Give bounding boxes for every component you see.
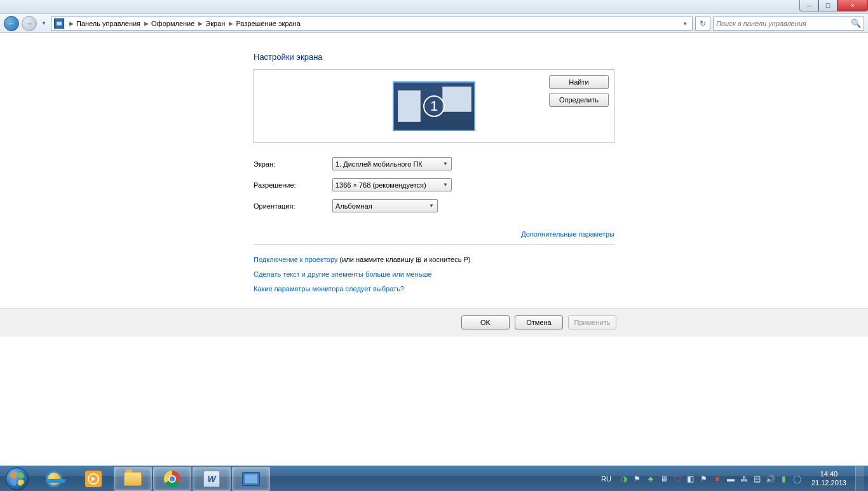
word-icon: W	[203, 471, 220, 487]
which-settings-link[interactable]: Какие параметры монитора следует выбрать…	[254, 285, 404, 293]
taskbar-item-mediaplayer[interactable]	[74, 467, 112, 491]
tray-icon[interactable]: ⚑	[632, 474, 642, 484]
advanced-settings-link[interactable]: Дополнительные параметры	[521, 230, 614, 238]
refresh-button[interactable]: ↻	[695, 17, 710, 31]
battery-icon[interactable]: ▮	[779, 474, 789, 484]
chrome-icon	[164, 471, 180, 487]
page-title: Настройки экрана	[254, 52, 614, 62]
network-icon[interactable]: 🖧	[739, 474, 749, 484]
search-box[interactable]: 🔍	[713, 17, 864, 31]
preview-window-icon	[442, 86, 471, 112]
search-icon[interactable]: 🔍	[851, 18, 861, 28]
footer-bar: OK Отмена Применить	[0, 308, 868, 336]
content-area: Настройки экрана 1 Найти Определить Экра…	[0, 33, 868, 296]
tray-icon[interactable]: ◯	[792, 474, 803, 484]
tray-icon[interactable]: ▬	[726, 474, 736, 484]
breadcrumb-item[interactable]: Панель управления	[76, 20, 140, 27]
breadcrumb-item[interactable]: Разрешение экрана	[236, 20, 300, 27]
volume-icon[interactable]: 🔊	[766, 474, 776, 484]
screen-label: Экран:	[254, 160, 332, 168]
media-player-icon	[85, 471, 102, 487]
close-button[interactable]: ✕	[837, 0, 868, 11]
resolution-select[interactable]: 1366 × 768 (рекомендуется)	[332, 178, 452, 191]
find-button[interactable]: Найти	[549, 75, 609, 89]
taskbar: W RU ◑ ⚑ ♣ 🖥 🛡 ◧ ⚑ ■ ▬ 🖧 ▤ 🔊 ▮ ◯ 14:40 2…	[0, 466, 868, 491]
start-button[interactable]	[0, 466, 34, 492]
flag-icon[interactable]: ⚑	[699, 474, 709, 484]
monitor-preview[interactable]: 1	[393, 81, 475, 131]
orientation-label: Ориентация:	[254, 202, 332, 210]
resolution-label: Разрешение:	[254, 181, 332, 189]
chevron-right-icon[interactable]: ▶	[142, 20, 151, 27]
tray-icon[interactable]: ■	[712, 474, 722, 484]
text-size-link[interactable]: Сделать текст и другие элементы больше и…	[254, 270, 431, 278]
windows-logo-icon	[6, 467, 29, 490]
tray-icon[interactable]: 🛡	[672, 474, 682, 484]
history-dropdown[interactable]: ▼	[39, 17, 48, 30]
language-indicator[interactable]: RU	[599, 475, 614, 483]
address-dropdown[interactable]: ▾	[681, 20, 689, 27]
address-bar[interactable]: ▶ Панель управления▶ Оформление▶ Экран▶ …	[51, 17, 693, 31]
chevron-right-icon[interactable]: ▶	[67, 20, 76, 27]
maximize-button[interactable]: ☐	[818, 0, 837, 11]
screen-select[interactable]: 1. Дисплей мобильного ПК	[332, 157, 452, 170]
cancel-button[interactable]: Отмена	[515, 315, 563, 329]
taskbar-item-ie[interactable]	[35, 467, 73, 491]
tray-icon[interactable]: ◧	[686, 474, 696, 484]
preview-window-icon	[398, 90, 421, 122]
monitor-preview-box: 1 Найти Определить	[254, 69, 614, 143]
clock-date: 21.12.2013	[811, 479, 846, 488]
search-input[interactable]	[716, 20, 851, 27]
tray-icon[interactable]: ♣	[646, 474, 656, 484]
taskbar-item-word[interactable]: W	[193, 467, 231, 491]
clock[interactable]: 14:40 21.12.2013	[808, 470, 850, 488]
apply-button: Применить	[568, 315, 616, 329]
system-tray: RU ◑ ⚑ ♣ 🖥 🛡 ◧ ⚑ ■ ▬ 🖧 ▤ 🔊 ▮ ◯ 14:40 21.…	[599, 466, 868, 491]
windows-key-icon: ⊞	[416, 252, 421, 267]
ie-icon	[46, 471, 62, 487]
minimize-button[interactable]: ─	[799, 0, 818, 11]
breadcrumb-item[interactable]: Экран	[205, 20, 225, 27]
tray-icon[interactable]: 🖥	[659, 474, 669, 484]
display-settings-icon	[242, 472, 260, 486]
control-panel-icon	[54, 18, 64, 29]
orientation-select[interactable]: Альбомная	[332, 199, 438, 212]
back-button[interactable]: ←	[4, 16, 19, 31]
ok-button[interactable]: OK	[461, 315, 510, 329]
tray-icon[interactable]: ▤	[752, 474, 763, 484]
forward-button[interactable]: →	[22, 16, 37, 31]
navigation-bar: ← → ▼ ▶ Панель управления▶ Оформление▶ Э…	[0, 14, 868, 33]
tray-icon[interactable]: ◑	[619, 474, 629, 484]
clock-time: 14:40	[811, 470, 846, 479]
breadcrumb-item[interactable]: Оформление	[151, 20, 194, 27]
taskbar-item-display[interactable]	[232, 467, 270, 491]
explorer-icon	[124, 472, 142, 486]
projector-link[interactable]: Подключение к проектору	[254, 256, 337, 263]
window-titlebar: ─ ☐ ✕	[0, 0, 868, 14]
chevron-right-icon[interactable]: ▶	[196, 20, 205, 27]
identify-button[interactable]: Определить	[549, 93, 609, 107]
show-desktop-button[interactable]	[855, 466, 864, 492]
monitor-number-badge: 1	[423, 95, 445, 117]
taskbar-item-chrome[interactable]	[153, 467, 191, 491]
taskbar-item-explorer[interactable]	[114, 467, 152, 491]
projector-hint: (или нажмите клавишу ⊞ и коснитесь P)	[337, 256, 470, 263]
chevron-right-icon[interactable]: ▶	[226, 20, 236, 27]
